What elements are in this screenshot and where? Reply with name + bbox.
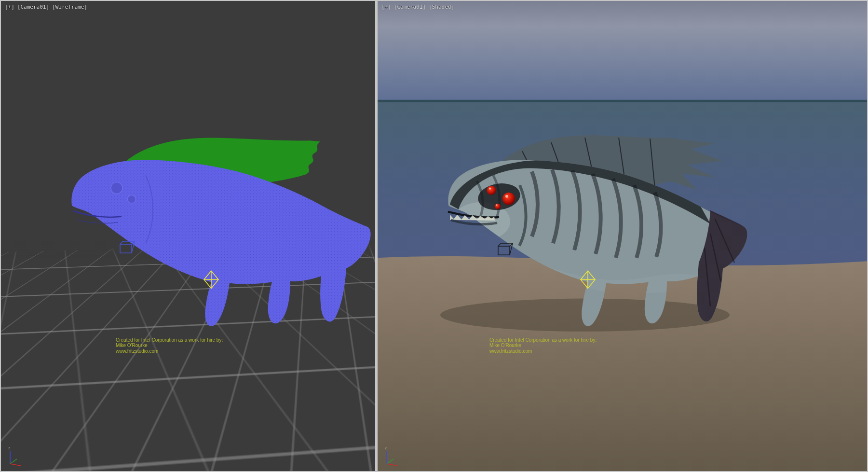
credit-text: Created for Intel Corporation as a work … bbox=[115, 337, 223, 354]
viewport-shaded[interactable]: [+] [Camera01] [Shaded] bbox=[378, 1, 867, 471]
axis-x-line bbox=[10, 464, 21, 466]
credit-line-1: Created for Intel Corporation as a work … bbox=[116, 337, 223, 343]
scene-shaded[interactable]: Created for Intel Corporation as a work … bbox=[378, 1, 867, 471]
eye bbox=[111, 182, 122, 194]
axis-x-line bbox=[387, 464, 397, 466]
axis-y-line bbox=[10, 459, 17, 464]
viewport-shading-label[interactable]: [Wireframe] bbox=[52, 4, 87, 10]
eye-small bbox=[495, 204, 501, 209]
viewport-shading-label[interactable]: [Shaded] bbox=[429, 4, 454, 10]
credit-line-2: Mike O'Rourke bbox=[116, 343, 148, 348]
eye-highlight bbox=[496, 204, 497, 206]
axis-z-label: z bbox=[8, 445, 11, 450]
world-axis-gizmo: z bbox=[6, 444, 28, 468]
eye-highlight bbox=[505, 195, 508, 198]
viewport-wireframe[interactable]: [+] [Camera01] [Wireframe] bbox=[1, 1, 375, 471]
eye bbox=[128, 195, 136, 203]
viewport-menu-button[interactable]: [+] bbox=[5, 4, 14, 10]
viewport-camera-label[interactable]: [Camera01] bbox=[17, 4, 49, 10]
eye-large bbox=[502, 193, 515, 205]
eye-highlight bbox=[489, 187, 491, 189]
axis-y-line bbox=[387, 459, 393, 464]
sky bbox=[378, 1, 867, 101]
fish-model-wireframe[interactable] bbox=[71, 138, 370, 326]
viewport-camera-label[interactable]: [Camera01] bbox=[394, 4, 426, 10]
sand-ground bbox=[378, 256, 867, 471]
credit-line-2: Mike O'Rourke bbox=[489, 343, 521, 348]
scene-wireframe[interactable]: Created for Intel Corporation as a work … bbox=[1, 1, 375, 471]
axis-z-label: z bbox=[385, 445, 387, 450]
viewport-label: [+] [Camera01] [Shaded] bbox=[381, 4, 454, 10]
eye-medium bbox=[487, 186, 496, 195]
world-axis-gizmo: z bbox=[382, 444, 405, 468]
credit-line-3: www.fritzstudio.com bbox=[489, 348, 532, 354]
viewport-workspace: [+] [Camera01] [Wireframe] bbox=[0, 0, 868, 472]
viewport-menu-button[interactable]: [+] bbox=[381, 4, 391, 10]
credit-line-1: Created for Intel Corporation as a work … bbox=[489, 337, 597, 343]
viewport-label: [+] [Camera01] [Wireframe] bbox=[5, 4, 87, 10]
credit-line-3: www.fritzstudio.com bbox=[115, 348, 158, 354]
